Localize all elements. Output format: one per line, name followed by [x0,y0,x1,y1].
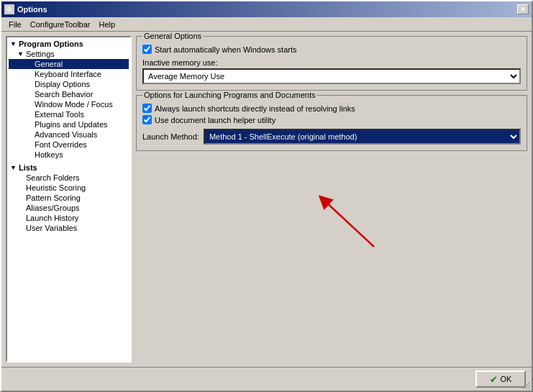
svg-line-3 [529,388,530,389]
menu-help[interactable]: Help [95,19,120,30]
menu-file[interactable]: File [4,19,26,30]
ok-label: OK [501,375,512,383]
use-helper-row: Use document launch helper utility [142,115,521,124]
bottom-bar: ✔ OK [1,367,532,391]
tree-item-heuristic-scoring[interactable]: Heuristic Scoring [9,183,129,193]
always-launch-row: Always launch shortcuts directly instead… [142,104,521,113]
expand-icon-settings: ▼ [17,50,24,58]
tree-item-user-variables[interactable]: User Variables [9,223,129,233]
tree-item-external-tools[interactable]: External Tools [9,109,129,119]
launch-method-label: Launch Method: [142,132,199,141]
main-content: ▼ Program Options ▼ Settings General Key… [1,32,532,367]
ok-button[interactable]: ✔ OK [475,370,526,388]
memory-select[interactable]: Average Memory UseLow Memory UseHigh Mem… [142,68,521,84]
tree-item-hotkeys[interactable]: Hotkeys [9,150,129,160]
use-helper-checkbox[interactable] [142,115,152,124]
tree-item-font-overrides[interactable]: Font Overrides [9,140,129,150]
expand-icon-lists: ▼ [10,164,17,171]
tree-item-plugins-updates[interactable]: Plugins and Updates [9,119,129,129]
general-options-group: General Options Start automatically when… [136,36,527,91]
start-auto-row: Start automatically when Windows starts [142,45,521,54]
arrow-annotation [281,168,388,254]
menu-bar: File ConfigureToolbar Help [1,17,532,32]
launch-method-row: Launch Method: Method 1 - ShellExecute (… [142,129,521,145]
launch-options-group: Options for Launching Programs and Docum… [136,95,527,151]
launch-options-title: Options for Launching Programs and Docum… [142,91,316,99]
tree-item-pattern-scoring[interactable]: Pattern Scoring [9,193,129,203]
tree-item-search-behavior[interactable]: Search Behavior [9,89,129,99]
tree-item-advanced-visuals[interactable]: Advanced Visuals [9,129,129,140]
tree-item-display-options[interactable]: Display Options [9,79,129,89]
tree-item-window-mode-focus[interactable]: Window Mode / Focus [9,99,129,109]
tree-panel: ▼ Program Options ▼ Settings General Key… [6,36,132,363]
inactive-memory-label: Inactive memory use: [142,58,521,67]
always-launch-checkbox[interactable] [142,104,152,113]
window-icon: ⚙ [4,4,14,14]
memory-dropdown-row: Average Memory UseLow Memory UseHigh Mem… [142,68,521,84]
use-helper-label: Use document launch helper utility [155,116,275,124]
options-window: ⚙ Options ✕ File ConfigureToolbar Help ▼… [0,0,533,392]
tree-section-program-options[interactable]: ▼ Program Options [9,39,129,49]
launch-method-dropdown-wrapper: Method 1 - ShellExecute (original method… [204,129,521,145]
general-options-title: General Options [142,32,203,40]
title-bar-left: ⚙ Options [4,4,47,14]
start-auto-checkbox[interactable] [142,45,152,54]
resize-handle[interactable] [520,379,532,391]
resize-icon [520,379,530,389]
tree-item-search-folders[interactable]: Search Folders [9,173,129,183]
window-title: Options [17,5,47,14]
tree-item-aliases-groups[interactable]: Aliases/Groups [9,203,129,213]
tree-item-general[interactable]: General [9,59,129,69]
title-controls: ✕ [517,4,529,14]
menu-configure-toolbar[interactable]: ConfigureToolbar [26,19,95,30]
right-panel: General Options Start automatically when… [136,36,527,363]
ok-icon: ✔ [490,374,498,385]
tree-item-settings[interactable]: ▼ Settings [9,49,129,59]
close-button[interactable]: ✕ [517,4,529,14]
tree-item-launch-history[interactable]: Launch History [9,213,129,223]
expand-icon: ▼ [10,40,17,47]
launch-method-select[interactable]: Method 1 - ShellExecute (original method… [204,129,521,145]
tree-item-keyboard-interface[interactable]: Keyboard Interface [9,69,129,79]
tree-section-lists[interactable]: ▼ Lists [9,163,129,173]
start-auto-label: Start automatically when Windows starts [155,45,296,54]
always-launch-label: Always launch shortcuts directly instead… [155,104,355,113]
title-bar: ⚙ Options ✕ [1,1,532,17]
